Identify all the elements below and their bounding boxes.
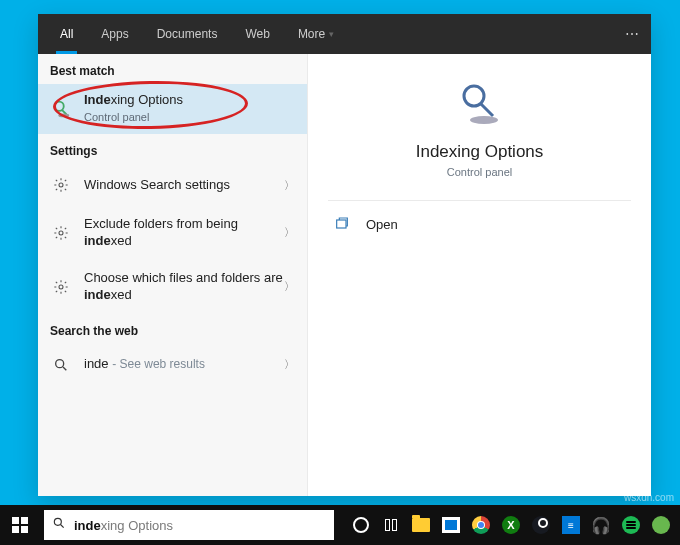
store-icon	[442, 517, 460, 533]
best-match-result[interactable]: Indexing Options Control panel	[38, 84, 307, 134]
action-label: Open	[366, 217, 398, 232]
taskview-icon	[385, 519, 397, 531]
result-text: Indexing Options Control panel	[84, 92, 295, 126]
detail-title: Indexing Options	[416, 142, 544, 162]
chrome-button[interactable]	[466, 505, 496, 545]
headset-button[interactable]: 🎧	[586, 505, 616, 545]
gear-icon	[50, 174, 72, 196]
svg-point-4	[59, 285, 63, 289]
section-settings: Settings	[38, 134, 307, 164]
chevron-right-icon: 〉	[284, 357, 295, 372]
tab-label: Web	[245, 27, 269, 41]
headset-icon: 🎧	[591, 516, 611, 535]
gear-icon	[50, 276, 72, 298]
tab-label: All	[60, 27, 73, 41]
start-button[interactable]	[0, 505, 40, 545]
result-match-rest: xing Options	[111, 92, 183, 107]
tab-label: Documents	[157, 27, 218, 41]
open-icon	[332, 213, 352, 235]
setting-label: Exclude folders from being indexed	[84, 216, 284, 250]
detail-actions: Open	[328, 200, 631, 247]
tab-label: More	[298, 27, 325, 41]
tab-documents[interactable]: Documents	[143, 14, 232, 54]
svg-point-3	[59, 231, 63, 235]
result-subtitle: Control panel	[84, 111, 149, 123]
results-list: Best match Indexing Options Control pane…	[38, 54, 308, 496]
setting-exclude-folders[interactable]: Exclude folders from being indexed 〉	[38, 206, 307, 260]
file-explorer-button[interactable]	[406, 505, 436, 545]
search-results-panel: All Apps Documents Web More▾ ⋯ Best matc…	[38, 14, 651, 496]
search-icon	[52, 516, 66, 534]
tabs-right-controls: ⋯	[603, 26, 651, 42]
task-view-button[interactable]	[376, 505, 406, 545]
section-best-match: Best match	[38, 54, 307, 84]
spotify-icon	[622, 516, 640, 534]
detail-header: Indexing Options Control panel Open	[308, 54, 651, 247]
taskbar-apps: X ≡ 🎧	[346, 505, 676, 545]
search-typed: indexing Options	[74, 518, 173, 533]
tab-more[interactable]: More▾	[284, 14, 348, 54]
search-tabs: All Apps Documents Web More▾ ⋯	[38, 14, 651, 54]
chevron-right-icon: 〉	[284, 178, 295, 193]
section-webresults: Search the web	[38, 314, 307, 344]
xbox-button[interactable]: X	[496, 505, 526, 545]
svg-point-5	[56, 359, 64, 367]
svg-rect-9	[12, 517, 19, 524]
green-circle-icon	[652, 516, 670, 534]
web-result[interactable]: inde - See web results 〉	[38, 344, 307, 386]
svg-rect-12	[21, 526, 28, 533]
tab-all[interactable]: All	[46, 14, 87, 54]
steam-icon	[532, 516, 550, 534]
chrome-icon	[472, 516, 490, 534]
tab-label: Apps	[101, 27, 128, 41]
search-body: Best match Indexing Options Control pane…	[38, 54, 651, 496]
svg-point-13	[54, 518, 61, 525]
spotify-button[interactable]	[616, 505, 646, 545]
svg-rect-8	[337, 220, 346, 228]
indexing-options-icon	[50, 98, 72, 120]
xbox-icon: X	[502, 516, 520, 534]
action-open[interactable]: Open	[328, 201, 631, 247]
steam-button[interactable]	[526, 505, 556, 545]
web-result-text: inde - See web results	[84, 356, 284, 373]
detail-pane: Indexing Options Control panel Open	[308, 54, 651, 496]
svg-point-2	[59, 183, 63, 187]
chevron-right-icon: 〉	[284, 225, 295, 240]
svg-point-7	[470, 116, 498, 124]
setting-choose-indexed[interactable]: Choose which files and folders are index…	[38, 260, 307, 314]
setting-label: Choose which files and folders are index…	[84, 270, 284, 304]
tab-apps[interactable]: Apps	[87, 14, 142, 54]
taskbar: indexing Options X ≡ 🎧	[0, 505, 680, 545]
vscode-button[interactable]: ≡	[556, 505, 586, 545]
cortana-button[interactable]	[346, 505, 376, 545]
setting-label: Windows Search settings	[84, 177, 284, 194]
gear-icon	[50, 222, 72, 244]
result-match-bold: Inde	[84, 92, 111, 107]
svg-point-6	[464, 86, 484, 106]
watermark: wsxdn.com	[624, 492, 674, 503]
tab-web[interactable]: Web	[231, 14, 283, 54]
chevron-right-icon: 〉	[284, 279, 295, 294]
app-button[interactable]	[646, 505, 676, 545]
cortana-icon	[353, 517, 369, 533]
setting-windows-search[interactable]: Windows Search settings 〉	[38, 164, 307, 206]
vscode-icon: ≡	[562, 516, 580, 534]
folder-icon	[412, 518, 430, 532]
chevron-down-icon: ▾	[329, 29, 334, 39]
more-options-icon[interactable]: ⋯	[625, 26, 639, 42]
svg-rect-11	[12, 526, 19, 533]
store-button[interactable]	[436, 505, 466, 545]
svg-rect-10	[21, 517, 28, 524]
taskbar-search-box[interactable]: indexing Options	[44, 510, 334, 540]
search-icon	[50, 354, 72, 376]
detail-subtitle: Control panel	[447, 166, 512, 178]
svg-point-1	[58, 114, 69, 118]
detail-app-icon	[456, 80, 504, 128]
